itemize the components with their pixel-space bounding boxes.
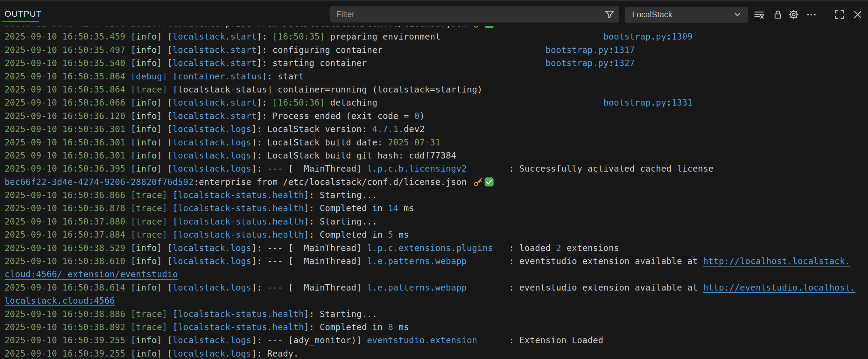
more-actions-icon[interactable] <box>806 9 817 20</box>
file-link[interactable]: bootstrap.py <box>603 32 666 42</box>
log-text: 2025-09-10 16:50:38.886 <box>5 309 130 319</box>
log-text: localstack.logs <box>173 349 251 359</box>
log-text: : <box>666 98 672 108</box>
log-text: localstack-status.health <box>178 230 304 240</box>
check-mark-icon <box>484 177 494 187</box>
url-link[interactable]: localstack.cloud:4566 <box>5 296 115 306</box>
log-text: : Successfully activated cached license <box>509 164 714 174</box>
log-text: localstack.logs <box>173 335 251 345</box>
gear-icon[interactable] <box>788 9 799 20</box>
log-text: localstack.logs <box>173 164 251 174</box>
log-text: ]: <box>256 32 272 42</box>
log-line: 2025-09-10 16:50:36.066 [info] [localsta… <box>5 96 868 109</box>
maximize-panel-icon[interactable] <box>834 9 845 20</box>
log-line: 2025-09-10 16:50:37.880 [trace] [localst… <box>5 215 868 228</box>
log-text: 2025-09-10 16:50:38.614 <box>5 283 130 293</box>
file-link[interactable]: bootstrap.py <box>546 58 609 68</box>
log-text: [info] <box>130 124 167 134</box>
log-text: l.p.c.extensions.plugins <box>367 243 493 253</box>
log-text: 2025-09-10 16:50:36.301 <box>5 137 130 148</box>
filter-box[interactable] <box>330 6 619 23</box>
log-text: 2025-09-10 16:50:35.459 <box>5 32 130 42</box>
log-text: ]: Process ended (exit code = <box>256 111 414 121</box>
log-text: [16:50:35] <box>272 32 325 42</box>
filter-input[interactable] <box>336 10 604 19</box>
log-text: eventstudio.extension <box>367 335 477 345</box>
log-text: 8 <box>388 322 393 332</box>
clear-output-icon[interactable] <box>753 9 765 20</box>
log-line: 2025-09-10 16:50:35.864 [debug] [contain… <box>5 70 868 83</box>
log-text: localstack.start <box>173 111 256 121</box>
log-text: [ <box>167 137 173 148</box>
toolbar-separator <box>825 8 825 21</box>
log-text: l.p.c.b.licensingv2 <box>367 164 467 174</box>
log-line: 2025-09-10 16:50:39.255 [info] [localsta… <box>5 334 868 347</box>
log-text: [info] <box>130 32 167 42</box>
lock-icon[interactable] <box>772 9 783 20</box>
log-line: 2025-09-10 16:50:38.610 [info] [localsta… <box>5 255 868 268</box>
log-text: 2025-07-31 <box>388 137 441 148</box>
log-line: 2025-09-10 16:50:36.301 [info] [localsta… <box>5 149 868 162</box>
log-text: ]: LocalStack build date: <box>251 137 388 148</box>
file-link[interactable]: 1327 <box>614 58 635 68</box>
log-text: 2025-09-10 16:50:36.066 <box>5 98 130 108</box>
log-text: localstack.logs <box>173 283 251 293</box>
url-link[interactable]: cloud:4566/_extension/eventstudio <box>5 269 178 279</box>
log-text: .dev2 <box>398 124 425 134</box>
log-text: ]: Ready. <box>251 349 299 359</box>
log-text: bec66f22-3d4e-4274-9206-28820f76d592 <box>5 177 193 187</box>
filter-icon[interactable] <box>604 9 615 20</box>
close-panel-icon[interactable] <box>852 9 863 20</box>
log-line: 2025-09-10 16:50:35.540 [info] [localsta… <box>5 57 868 70</box>
log-text: localstack.start <box>173 45 256 55</box>
tab-output[interactable]: OUTPUT <box>5 9 42 19</box>
log-text: 2025-09-10 16:50:36.120 <box>5 111 130 121</box>
panel-top-border <box>0 0 868 2</box>
log-spacer <box>467 283 509 293</box>
log-text: : loaded <box>509 243 556 253</box>
log-text: [info] <box>130 283 167 293</box>
channel-select[interactable]: LocalStack <box>625 7 748 23</box>
log-spacer <box>383 45 546 55</box>
log-line: cloud:4566/_extension/eventstudio <box>5 268 868 281</box>
file-link[interactable]: 1317 <box>614 45 635 55</box>
url-link[interactable]: http://localhost.localstack. <box>703 256 850 266</box>
file-link[interactable]: bootstrap.py <box>546 45 609 55</box>
log-text: 2025-09-10 16:50:37.880 <box>5 217 130 227</box>
log-text: [ <box>167 256 173 266</box>
log-text: [trace] <box>130 85 167 95</box>
log-text: [info] <box>130 151 167 161</box>
log-spacer <box>367 58 546 68</box>
log-text: [ <box>167 322 178 332</box>
log-text: ms <box>393 230 409 240</box>
log-text: [ <box>167 349 173 359</box>
log-text: ]: LocalStack build git hash: cddf77384 <box>251 151 456 161</box>
log-text: 2025-09-10 16:50:36.301 <box>5 151 130 161</box>
log-text: localstack.logs <box>173 243 251 253</box>
file-link[interactable]: 1309 <box>672 32 693 42</box>
log-text: [ <box>167 283 173 293</box>
log-text: container.status <box>178 71 262 81</box>
log-text: [info] <box>130 349 167 359</box>
key-icon <box>473 177 483 187</box>
log-text: [debug] <box>130 71 167 81</box>
log-text: [trace] <box>130 230 167 240</box>
file-link[interactable]: bootstrap.py <box>603 98 666 108</box>
url-link[interactable]: http://eventstudio.localhost. <box>703 283 855 293</box>
log-line: 2025-09-10 16:50:38.892 [trace] [localst… <box>5 321 868 334</box>
log-text: 2025-09-10 16:50:35.497 <box>5 45 130 55</box>
log-spacer <box>477 335 509 345</box>
file-link[interactable]: 1331 <box>672 98 693 108</box>
log-text: ]: --- [ MainThread] <box>251 256 367 266</box>
log-text: [ <box>167 217 178 227</box>
log-text: ]: Completed in <box>304 203 388 213</box>
log-text: 2025-09-10 16:50:38.610 <box>5 256 130 266</box>
log-text: 2 <box>556 243 561 253</box>
log-text: [info] <box>130 335 167 345</box>
log-text: [ <box>167 45 173 55</box>
log-spacer <box>377 98 603 108</box>
log-text: localstack.start <box>173 98 256 108</box>
log-text: ]: --- [ MainThread] <box>251 283 367 293</box>
output-log-viewport[interactable]: bec66f22-3d4e-4274-9206-28820f76d592:ent… <box>5 17 868 359</box>
log-text: [ <box>167 58 173 68</box>
